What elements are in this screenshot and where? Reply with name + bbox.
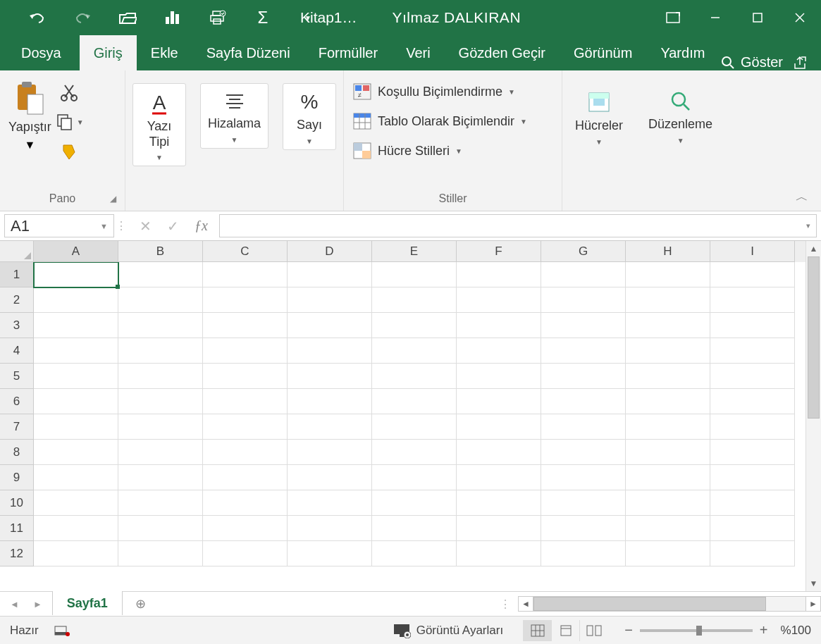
- cells-button[interactable]: Hücreler ▼: [568, 83, 630, 150]
- row-header[interactable]: 11: [0, 516, 34, 541]
- cell[interactable]: [710, 541, 795, 566]
- cell[interactable]: [457, 516, 541, 541]
- scroll-down-icon[interactable]: ▼: [806, 576, 821, 591]
- row-header[interactable]: 4: [0, 338, 34, 364]
- expand-formula-bar-icon[interactable]: ▾: [806, 221, 810, 230]
- cell[interactable]: [626, 465, 710, 490]
- cell[interactable]: [288, 389, 372, 414]
- cell[interactable]: [118, 287, 203, 313]
- cell[interactable]: [710, 465, 795, 490]
- close-button[interactable]: [779, 0, 821, 35]
- cell[interactable]: [372, 389, 457, 414]
- display-settings-icon[interactable]: Görüntü Ayarları: [393, 623, 503, 638]
- cell[interactable]: [203, 287, 288, 313]
- cell[interactable]: [626, 262, 710, 287]
- vertical-scroll-thumb[interactable]: [808, 256, 820, 419]
- cell[interactable]: [372, 338, 457, 364]
- format-painter-icon[interactable]: [61, 142, 79, 161]
- cell[interactable]: [118, 414, 203, 440]
- cell[interactable]: [626, 541, 710, 566]
- tab-help[interactable]: Yardım: [646, 35, 719, 70]
- cell[interactable]: [710, 389, 795, 414]
- column-header[interactable]: C: [203, 241, 288, 262]
- cell[interactable]: [203, 389, 288, 414]
- tab-insert[interactable]: Ekle: [137, 35, 192, 70]
- page-layout-view-button[interactable]: [551, 620, 579, 641]
- cell[interactable]: [288, 440, 372, 465]
- tell-me-button[interactable]: Göster: [721, 54, 783, 70]
- select-all-corner[interactable]: [0, 241, 34, 262]
- cell[interactable]: [541, 338, 626, 364]
- cell[interactable]: [541, 313, 626, 338]
- cell[interactable]: [372, 287, 457, 313]
- cell[interactable]: [457, 414, 541, 440]
- column-header[interactable]: D: [288, 241, 372, 262]
- cell[interactable]: [203, 313, 288, 338]
- cut-icon[interactable]: [61, 83, 79, 101]
- cell[interactable]: [541, 389, 626, 414]
- horizontal-scrollbar[interactable]: ◄ ►: [518, 596, 821, 612]
- insert-function-icon[interactable]: ƒx: [195, 218, 208, 234]
- cell[interactable]: [541, 414, 626, 440]
- cell[interactable]: [372, 364, 457, 389]
- tab-page-layout[interactable]: Sayfa Düzeni: [192, 35, 304, 70]
- chevron-down-icon[interactable]: ▼: [100, 222, 108, 230]
- alignment-button[interactable]: Hizalama ▼: [200, 83, 268, 149]
- cell[interactable]: [34, 313, 118, 338]
- cell[interactable]: [372, 541, 457, 566]
- cell[interactable]: [203, 516, 288, 541]
- cell[interactable]: [118, 516, 203, 541]
- cell[interactable]: [118, 262, 203, 287]
- conditional-formatting-button[interactable]: ≠ Koşullu Biçimlendirme ▼: [352, 79, 515, 104]
- cell[interactable]: [203, 414, 288, 440]
- vertical-scrollbar[interactable]: ▲ ▼: [805, 241, 821, 591]
- row-header[interactable]: 12: [0, 541, 34, 566]
- cell[interactable]: [203, 465, 288, 490]
- cell[interactable]: [34, 541, 118, 566]
- cell[interactable]: [710, 287, 795, 313]
- cell[interactable]: [34, 516, 118, 541]
- redo-icon[interactable]: [73, 8, 92, 27]
- editing-button[interactable]: Düzenleme ▼: [641, 83, 720, 149]
- cell[interactable]: [118, 338, 203, 364]
- cell[interactable]: [34, 490, 118, 516]
- cell[interactable]: [457, 490, 541, 516]
- column-header[interactable]: E: [372, 241, 457, 262]
- cell[interactable]: [541, 364, 626, 389]
- paste-button[interactable]: Yapıştır ▼: [8, 76, 51, 156]
- scroll-right-icon[interactable]: ►: [805, 596, 821, 612]
- quick-print-icon[interactable]: [209, 8, 227, 27]
- cell[interactable]: [626, 516, 710, 541]
- tab-home[interactable]: Giriş: [80, 35, 137, 70]
- cell[interactable]: [457, 364, 541, 389]
- cell[interactable]: [626, 440, 710, 465]
- cell[interactable]: [626, 313, 710, 338]
- cell[interactable]: [710, 516, 795, 541]
- cell[interactable]: [118, 313, 203, 338]
- open-icon[interactable]: [118, 8, 137, 27]
- cell[interactable]: [288, 262, 372, 287]
- zoom-slider[interactable]: [640, 629, 753, 632]
- normal-view-button[interactable]: [523, 620, 551, 641]
- cell-styles-button[interactable]: Hücre Stilleri ▼: [352, 138, 462, 163]
- cell[interactable]: [372, 490, 457, 516]
- cell[interactable]: [203, 338, 288, 364]
- cell[interactable]: [288, 541, 372, 566]
- cell[interactable]: [710, 490, 795, 516]
- cell[interactable]: [118, 364, 203, 389]
- column-header[interactable]: A: [34, 241, 118, 262]
- cell[interactable]: [626, 287, 710, 313]
- cell[interactable]: [118, 490, 203, 516]
- cell[interactable]: [372, 440, 457, 465]
- cell[interactable]: [203, 541, 288, 566]
- cell[interactable]: [541, 516, 626, 541]
- cell[interactable]: [34, 364, 118, 389]
- font-button[interactable]: A Yazı Tipi ▼: [132, 83, 186, 166]
- row-header[interactable]: 2: [0, 287, 34, 313]
- cell[interactable]: [288, 516, 372, 541]
- ribbon-display-options-icon[interactable]: [652, 0, 694, 35]
- cell[interactable]: [288, 414, 372, 440]
- cell[interactable]: [203, 440, 288, 465]
- cell[interactable]: [288, 490, 372, 516]
- cell[interactable]: [34, 414, 118, 440]
